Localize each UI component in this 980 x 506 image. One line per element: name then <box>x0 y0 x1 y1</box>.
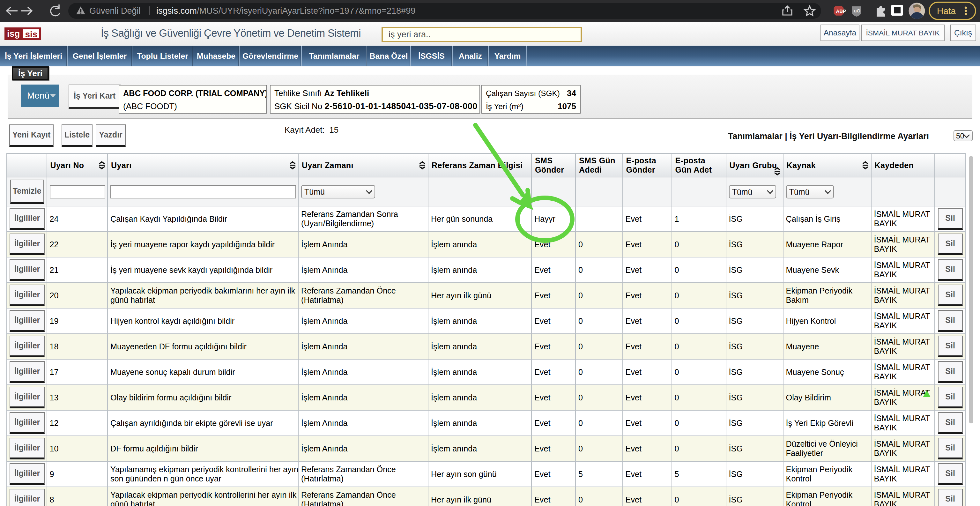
svg-text:Hata: Hata <box>937 6 956 16</box>
svg-text:ABP: ABP <box>836 8 846 14</box>
svg-text:uO: uO <box>854 8 861 13</box>
